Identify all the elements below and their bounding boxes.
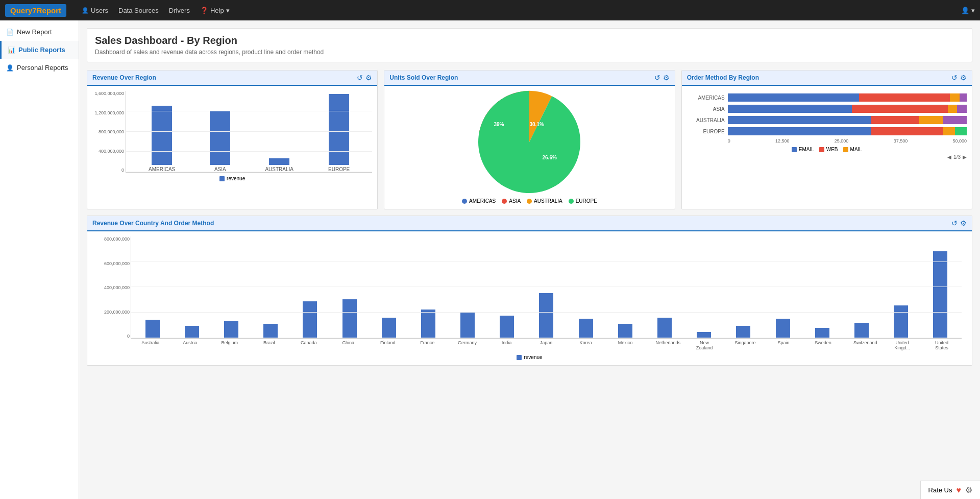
xlbl-netherlands: Netherlands	[655, 340, 674, 350]
hbar-label-asia: ASIA	[687, 106, 728, 112]
nav-help[interactable]: ❓ Help ▾	[200, 7, 230, 14]
country-legend-dot	[517, 355, 522, 360]
hbar-row-europe: EUROPE	[687, 127, 967, 135]
hbar-legend-web: WEB	[819, 147, 838, 152]
hbar-label-europe: EUROPE	[687, 129, 728, 134]
hbar-seg-email-australia	[728, 116, 871, 124]
sidebar: 📄 New Report 📊 Public Reports 👤 Personal…	[0, 20, 79, 499]
bar-asia: ASIA	[210, 111, 230, 172]
country-bar-spain	[776, 319, 790, 338]
country-y-label-5: 0	[94, 334, 130, 339]
hbar-dot-mail	[843, 147, 848, 152]
country-bar-japan	[539, 293, 553, 338]
hbar-x-50000: 50,000	[952, 138, 967, 144]
hbar-seg-web-australia	[871, 116, 919, 124]
hbar-x-12500: 12,500	[775, 138, 790, 144]
revenue-chart-card: Revenue Over Region ↺ ⚙ 1,600,000,000 1,…	[87, 70, 378, 209]
hbar-next-btn[interactable]: ▶	[963, 154, 967, 160]
brand-accent: 7	[32, 6, 36, 15]
xlbl-new-zealand: New Zealand	[695, 340, 714, 350]
pie-legend-label-europe: EUROPE	[576, 198, 597, 204]
hbar-x-37500: 37,500	[894, 138, 908, 144]
sidebar-item-personal-reports[interactable]: 👤 Personal Reports	[0, 59, 79, 77]
order-method-refresh[interactable]: ↺	[951, 74, 958, 82]
user-menu[interactable]: 👤 ▾	[961, 7, 975, 14]
order-method-chart-body: AMERICAS ASIA	[682, 86, 972, 168]
hbar-legend-mail: MAIL	[843, 147, 862, 152]
navbar: Query7Report 👤 Users Data Sources Driver…	[0, 0, 980, 20]
hbar-seg-other-europe	[955, 127, 967, 135]
brand-text: Query	[10, 6, 32, 15]
revenue-bar-chart-area: AMERICAS ASIA AUSTRALIA	[126, 91, 372, 173]
country-bar-canada	[303, 301, 317, 338]
nav-data-sources[interactable]: Data Sources	[118, 7, 159, 14]
country-bar-australia	[145, 320, 160, 338]
bar-americas-label: AMERICAS	[149, 167, 175, 172]
xlbl-australia: Australia	[141, 340, 160, 350]
public-reports-icon: 📊	[8, 46, 15, 54]
main-content: Sales Dashboard - By Region Dashboard of…	[79, 20, 980, 499]
country-bar-switzerland	[854, 323, 869, 338]
hbar-x-axis: 0 12,500 25,000 37,500 50,000	[728, 138, 967, 144]
heart-icon[interactable]: ♥	[957, 486, 962, 495]
xlbl-austria: Austria	[181, 340, 199, 350]
brand-suffix: Report	[37, 6, 61, 15]
page-title: Sales Dashboard - By Region	[95, 35, 964, 46]
hbar-x-0: 0	[728, 138, 730, 144]
revenue-chart-refresh[interactable]: ↺	[357, 74, 363, 82]
brand-logo[interactable]: Query7Report	[5, 4, 66, 17]
hbar-label-mail: MAIL	[850, 147, 862, 152]
hbar-prev-btn[interactable]: ◀	[947, 154, 951, 160]
pie-legend-dot-americas	[462, 199, 467, 204]
country-bar-sweden	[815, 328, 829, 338]
country-legend-item: revenue	[517, 354, 542, 360]
revenue-y-label-5: 0	[92, 168, 124, 173]
nav-users[interactable]: 👤 Users	[82, 7, 108, 14]
pie-legend-americas: AMERICAS	[462, 198, 496, 204]
order-method-settings[interactable]: ⚙	[960, 74, 967, 82]
units-chart-settings[interactable]: ⚙	[663, 74, 670, 82]
hbar-legend: EMAIL WEB MAIL	[687, 147, 967, 152]
country-chart-refresh[interactable]: ↺	[951, 219, 958, 227]
units-chart-title: Units Sold Over Region	[389, 74, 458, 81]
country-bar-singapore	[736, 326, 750, 338]
country-bar-germany	[460, 313, 475, 338]
revenue-y-label-1: 1,600,000,000	[92, 91, 124, 96]
sidebar-item-public-reports[interactable]: 📊 Public Reports	[0, 41, 79, 59]
hbar-chart: AMERICAS ASIA	[687, 91, 967, 162]
units-pie-svg	[478, 91, 580, 193]
xlbl-finland: Finland	[379, 340, 397, 350]
hbar-bars-australia	[728, 116, 967, 124]
hbar-seg-mail-asia	[948, 105, 958, 113]
bar-australia-label: AUSTRALIA	[265, 167, 293, 172]
pie-legend-label-australia: AUSTRALIA	[534, 198, 562, 204]
country-chart-settings[interactable]: ⚙	[960, 219, 967, 227]
country-bar-new-zealand	[697, 332, 711, 338]
xlbl-united-states: United States	[933, 340, 951, 350]
units-chart-refresh[interactable]: ↺	[654, 74, 660, 82]
country-bar-united-kingdom	[894, 305, 908, 338]
xlbl-japan: Japan	[537, 340, 555, 350]
revenue-legend-dot	[219, 176, 225, 181]
hbar-bars-americas	[728, 93, 967, 102]
nav-drivers[interactable]: Drivers	[169, 7, 190, 14]
footer-gear-icon[interactable]: ⚙	[965, 485, 972, 495]
revenue-legend-label: revenue	[227, 176, 245, 181]
units-chart-card: Units Sold Over Region ↺ ⚙	[384, 70, 675, 209]
country-y-label-4: 200,000,000	[94, 310, 130, 315]
bar-americas-bar	[152, 106, 172, 165]
revenue-y-label-2: 1,200,000,000	[92, 110, 124, 115]
personal-reports-icon: 👤	[6, 64, 14, 72]
sidebar-item-new-report[interactable]: 📄 New Report	[0, 23, 79, 41]
order-method-chart-header: Order Method By Region ↺ ⚙	[682, 70, 972, 86]
hbar-row-americas: AMERICAS	[687, 93, 967, 102]
revenue-chart-settings[interactable]: ⚙	[365, 74, 372, 82]
country-bar-netherlands	[657, 318, 672, 338]
country-bar-india	[500, 316, 514, 338]
hbar-seg-other-asia	[957, 105, 967, 113]
xlbl-switzerland: Switzerland	[853, 340, 872, 350]
hbar-dot-email	[792, 147, 797, 152]
xlbl-united-kingdom: United Kingd...	[893, 340, 912, 350]
page-subtitle: Dashboard of sales and revenue data acro…	[95, 49, 964, 56]
pie-legend-australia: AUSTRALIA	[527, 198, 562, 204]
